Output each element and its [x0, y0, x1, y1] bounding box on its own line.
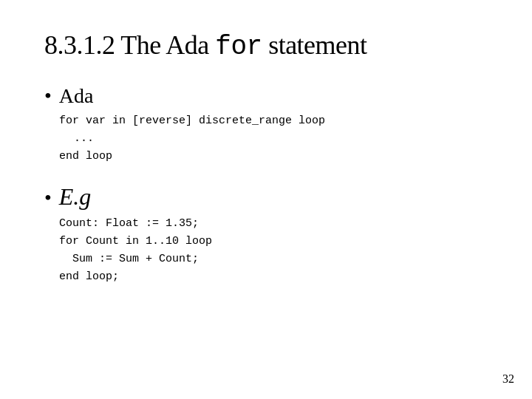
- ada-code-block: for var in [reverse] discrete_range loop…: [59, 112, 488, 166]
- ada-code-line-1: for var in [reverse] discrete_range loop: [59, 112, 488, 130]
- bullet-ada-section: • Ada for var in [reverse] discrete_rang…: [44, 84, 488, 166]
- bullet-ada-label: • Ada: [44, 84, 488, 108]
- title-code: for: [215, 32, 262, 62]
- bullet-dot-ada: •: [44, 86, 52, 106]
- eg-code-line-1: Count: Float := 1.35;: [59, 215, 488, 233]
- bullet-eg-text: E.g: [59, 183, 92, 211]
- page-number: 32: [502, 372, 514, 386]
- ada-code-line-3: end loop: [59, 148, 488, 166]
- eg-code-line-3: Sum := Sum + Count;: [59, 250, 488, 268]
- bullet-dot-eg: •: [44, 188, 52, 208]
- slide: 8.3.1.2 The Ada for statement • Ada for …: [0, 0, 532, 399]
- bullet-eg-section: • E.g Count: Float := 1.35; for Count in…: [44, 183, 488, 286]
- title-prefix: 8.3.1.2 The Ada: [44, 30, 215, 60]
- ada-code-line-2: ...: [74, 130, 488, 148]
- slide-title: 8.3.1.2 The Ada for statement: [44, 30, 488, 62]
- eg-code-line-2: for Count in 1..10 loop: [59, 233, 488, 250]
- bullet-ada-text: Ada: [59, 84, 94, 108]
- eg-code-line-4: end loop;: [59, 268, 488, 286]
- title-suffix: statement: [262, 30, 367, 60]
- eg-code-block: Count: Float := 1.35; for Count in 1..10…: [59, 215, 488, 286]
- bullet-eg-label: • E.g: [44, 183, 488, 211]
